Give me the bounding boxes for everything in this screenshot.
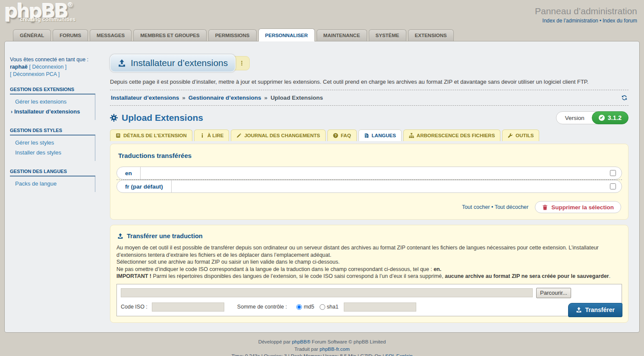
version-value: 3.1.2 [608, 114, 622, 121]
md5-label: md5 [304, 304, 314, 310]
panel-title: Panneau d’administration [535, 6, 637, 16]
browse-button[interactable]: Parcourir... [536, 288, 571, 298]
breadcrumb-installateur[interactable]: Installateur d’extensions [111, 95, 179, 101]
question-icon [333, 133, 338, 138]
footer-stats: Time: 0.243s | Queries: 3 | Peak Memory … [0, 353, 644, 356]
tab-journal-changements[interactable]: JOURNAL DES CHANGEMENTS [231, 129, 326, 141]
upload-form: Parcourir... Code ISO : Somme de contrôl… [116, 284, 622, 316]
nav-tab-permissions[interactable]: PERMISSIONS [208, 29, 257, 41]
sidebar-section-langues: GESTION DES LANGUES Packs de langue [10, 169, 96, 192]
tab-arborescence-fichiers[interactable]: ARBORESCENCE DES FICHIERS [403, 129, 500, 141]
upload-icon [117, 233, 123, 239]
delete-selection-button[interactable]: Supprimer la sélection [535, 201, 621, 213]
nav-tab-extensions[interactable]: EXTENSIONS [408, 29, 454, 41]
footer: Développé par phpBB® Forum Software © ph… [0, 338, 644, 356]
nav-tab-general[interactable]: GÉNÉRAL [13, 29, 51, 41]
info-icon [200, 133, 205, 138]
sha1-label: sha1 [327, 304, 339, 310]
upload-icon [576, 307, 582, 313]
footer-translation-credit: Traduit par phpBB-fr.com [0, 346, 644, 353]
select-fr-checkbox[interactable] [610, 183, 616, 189]
language-code: fr (par défaut) [117, 180, 172, 192]
forum-index-link[interactable]: Index du forum [603, 18, 637, 24]
page-header-row: Installateur d’extensions [110, 54, 628, 72]
active-item-arrow-icon: › [11, 109, 13, 115]
tab-details-extension[interactable]: DÉTAILS DE L’EXTENSION [110, 129, 192, 141]
sidebar-item-installateur-extensions[interactable]: ›Installateur d’extensions [10, 107, 95, 117]
section-title: GESTION DES EXTENSIONS [10, 87, 95, 95]
page-intro: Depuis cette page il est possible d’inst… [110, 79, 628, 85]
sidebar-item-gerer-les-extensions[interactable]: Gérer les extensions [10, 97, 95, 107]
user-info: Vous êtes connecté en tant que : raphaë … [10, 56, 96, 78]
instruction-paragraph: Au moyen de cet outil il est possible de… [116, 244, 622, 258]
upload-panel-title: Transférer une traduction [117, 233, 622, 239]
checksum-input[interactable] [344, 302, 416, 312]
upload-icon [118, 59, 126, 67]
nav-tab-membres-et-groupes[interactable]: MEMBRES ET GROUPES [133, 29, 206, 41]
version-label: Version [556, 115, 592, 121]
sitemap-icon [409, 133, 414, 138]
login-note: Vous êtes connecté en tant que : [10, 57, 88, 63]
breadcrumb-separator: » [182, 95, 185, 101]
tab-faq[interactable]: FAQ [327, 129, 357, 141]
wrench-icon [508, 133, 513, 138]
iso-code-input[interactable] [152, 302, 224, 312]
breadcrumb-gestionnaire[interactable]: Gestionnaire d’extensions [188, 95, 261, 101]
nav-tab-personnaliser[interactable]: PERSONNALISER [258, 28, 315, 41]
nav-tab-messages[interactable]: MESSAGES [90, 29, 132, 41]
extension-tabs: DÉTAILS DE L’EXTENSION À LIRE JOURNAL DE… [110, 129, 628, 141]
main-container: Vous êtes connecté en tant que : raphaë … [4, 41, 640, 333]
instruction-paragraph: Sélectionner soit une archive au format … [116, 258, 622, 266]
section-title: GESTION DES LANGUES [10, 169, 95, 176]
content: Installateur d’extensions Depuis cette p… [99, 41, 639, 332]
header: phpBB® creating communities Panneau d’ad… [0, 0, 644, 28]
file-path-input[interactable] [121, 288, 533, 297]
page-header-pill: Installateur d’extensions [110, 54, 236, 72]
language-code: en [117, 167, 141, 179]
uncheck-all-link[interactable]: Tout décocher [495, 204, 529, 210]
sql-explain-link[interactable]: SQL Explain [385, 353, 413, 356]
refresh-button[interactable] [621, 95, 628, 101]
version-badge: ✔ 3.1.2 [592, 111, 628, 124]
md5-radio[interactable] [296, 304, 302, 310]
breadcrumb: Installateur d’extensions » Gestionnaire… [110, 90, 628, 105]
nav-tab-maintenance[interactable]: MAINTENANCE [317, 29, 367, 41]
instruction-paragraph: IMPORTANT ! Parmi les répertoires dispon… [116, 273, 622, 280]
sidebar-item-packs-de-langue[interactable]: Packs de langue [10, 179, 95, 189]
trash-icon [542, 205, 548, 210]
page-title: Upload Extensions [110, 113, 203, 123]
section-title: GESTION DES STYLES [10, 128, 95, 135]
version-pill: Version ✔ 3.1.2 [556, 111, 628, 124]
phpbb-fr-link[interactable]: phpBB-fr.com [320, 347, 350, 352]
translation-row-en: en [116, 167, 622, 180]
logo-tagline: creating communities [20, 17, 75, 22]
footer-credit: Développé par phpBB® Forum Software © ph… [0, 338, 644, 346]
main-nav: GÉNÉRAL FORUMS MESSAGES MEMBRES ET GROUP… [13, 28, 644, 41]
logout-pca-link[interactable]: [ Déconnexion PCA ] [10, 71, 60, 77]
transfer-button[interactable]: Transférer [568, 303, 622, 317]
logout-link[interactable]: [ Déconnexion ] [29, 64, 66, 70]
admin-index-link[interactable]: Index de l’administration [542, 18, 598, 24]
divider [110, 105, 628, 106]
translations-panel: Traductions transférées en fr (par défau… [110, 144, 628, 220]
phpbb-link[interactable]: phpBB® [292, 339, 311, 344]
check-all-link[interactable]: Tout cocher [462, 204, 490, 210]
select-en-checkbox[interactable] [610, 170, 616, 176]
upload-panel: Transférer une traduction Au moyen de ce… [110, 225, 628, 323]
header-links: Index de l’administration•Index du forum [535, 18, 637, 24]
sidebar-section-styles: GESTION DES STYLES Gérer les styles Inst… [10, 128, 96, 161]
nav-tab-systeme[interactable]: SYSTÈME [369, 29, 406, 41]
pencil-icon [236, 133, 242, 138]
translations-title: Traductions transférées [118, 152, 622, 159]
sha1-radio[interactable] [320, 304, 325, 310]
sidebar-item-gerer-les-styles[interactable]: Gérer les styles [10, 138, 95, 148]
refresh-icon [621, 95, 628, 101]
tab-langues[interactable]: LANGUES [358, 129, 402, 141]
header-right: Panneau d’administration Index de l’admi… [535, 2, 637, 24]
tab-outils[interactable]: OUTILS [502, 129, 539, 141]
upload-instructions: Au moyen de cet outil il est possible de… [116, 244, 622, 280]
tab-a-lire[interactable]: À LIRE [194, 129, 229, 141]
nav-tab-forums[interactable]: FORUMS [53, 29, 88, 41]
sidebar-item-installer-des-styles[interactable]: Installer des styles [10, 148, 95, 158]
actions-separator: • [491, 204, 493, 210]
